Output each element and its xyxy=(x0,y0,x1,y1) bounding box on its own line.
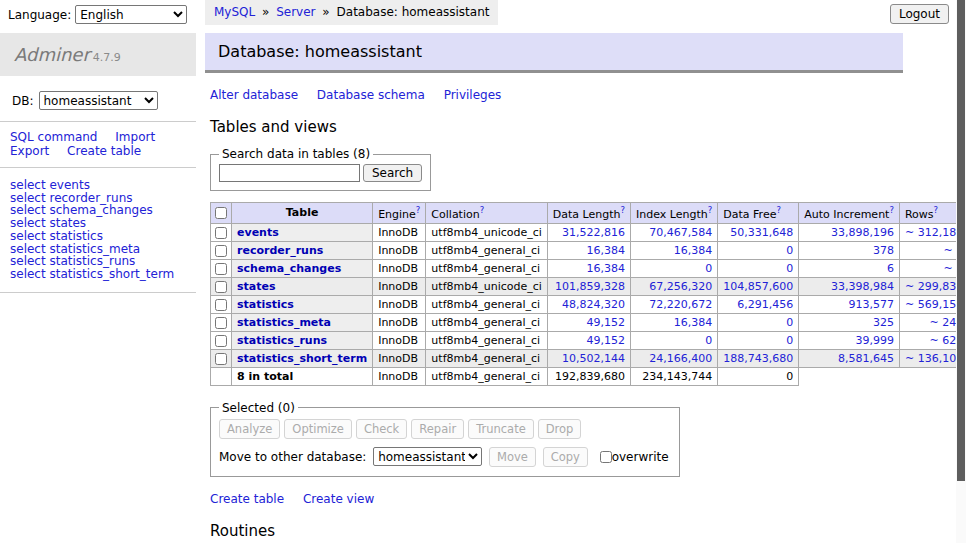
repair-button[interactable]: Repair xyxy=(411,419,464,439)
stat-link[interactable]: 70,467,584 xyxy=(649,226,712,239)
copy-button[interactable]: Copy xyxy=(543,447,588,467)
main-content: MySQL » Server » Database: homeassistant… xyxy=(205,0,950,543)
truncate-button[interactable]: Truncate xyxy=(468,419,534,439)
table-row: eventsInnoDButf8mb4_unicode_ci31,522,816… xyxy=(211,223,966,241)
stat-link[interactable]: 188,743,680 xyxy=(723,352,793,365)
stat-link[interactable]: 325 xyxy=(873,316,894,329)
optimize-button[interactable]: Optimize xyxy=(284,419,352,439)
stat-link[interactable]: 101,859,328 xyxy=(555,280,625,293)
move-button[interactable]: Move xyxy=(489,447,536,467)
stat-link[interactable]: 24,166,400 xyxy=(649,352,712,365)
stat-link[interactable]: 104,857,600 xyxy=(723,280,793,293)
stat-link[interactable]: 33,398,984 xyxy=(831,280,894,293)
stat-link[interactable]: 378 xyxy=(873,244,894,257)
db-select[interactable]: homeassistant xyxy=(39,91,158,110)
stat-link[interactable]: ~ 569,159 xyxy=(905,298,963,311)
table-link[interactable]: statistics xyxy=(237,298,294,311)
help-link[interactable]: ? xyxy=(416,205,421,215)
row-checkbox[interactable] xyxy=(215,245,227,257)
sidebar-action-link[interactable]: SQL command xyxy=(10,130,97,144)
move-db-select[interactable]: homeassistant xyxy=(373,447,482,466)
stat-link[interactable]: 913,577 xyxy=(848,298,894,311)
help-link[interactable]: ? xyxy=(708,205,713,215)
stat-link[interactable]: 72,220,672 xyxy=(649,298,712,311)
stat-link[interactable]: 0 xyxy=(786,244,793,257)
table-link[interactable]: events xyxy=(237,226,279,239)
sidebar-action-link[interactable]: Create table xyxy=(67,144,141,158)
overwrite-checkbox[interactable] xyxy=(600,451,612,463)
app-title: Adminer4.7.9 xyxy=(0,33,196,76)
row-checkbox[interactable] xyxy=(215,353,227,365)
database-action-link[interactable]: Privileges xyxy=(444,88,502,102)
stat-link[interactable]: 48,824,320 xyxy=(562,298,625,311)
create-link[interactable]: Create table xyxy=(210,492,284,506)
check-button[interactable]: Check xyxy=(356,419,407,439)
stat-link[interactable]: 0 xyxy=(786,334,793,347)
stat-link[interactable]: 49,152 xyxy=(587,334,626,347)
sidebar-select-link[interactable]: select statistics xyxy=(10,230,186,243)
stat-link[interactable]: 16,384 xyxy=(674,316,713,329)
help-link[interactable]: ? xyxy=(776,205,781,215)
data_free-cell: 0 xyxy=(718,313,799,331)
stat-link[interactable]: 16,384 xyxy=(587,244,626,257)
sidebar-action-link[interactable]: Export xyxy=(10,144,49,158)
table-link[interactable]: statistics_runs xyxy=(237,334,327,347)
language-select[interactable]: English xyxy=(75,5,187,24)
search-input[interactable] xyxy=(219,164,360,182)
stat-link[interactable]: ~ 299,833 xyxy=(905,280,963,293)
column-header: Auto Increment? xyxy=(799,203,900,224)
vertical-scrollbar[interactable] xyxy=(956,0,966,543)
stat-link[interactable]: 0 xyxy=(705,262,712,275)
sidebar-select-link[interactable]: select events xyxy=(10,179,186,192)
totals-engine-cell: InnoDB xyxy=(373,367,426,385)
stat-link[interactable]: 10,502,144 xyxy=(562,352,625,365)
breadcrumb-link[interactable]: Server xyxy=(276,5,315,19)
help-link[interactable]: ? xyxy=(621,205,626,215)
select-all-checkbox[interactable] xyxy=(215,207,227,219)
stat-link[interactable]: 31,522,816 xyxy=(562,226,625,239)
app-version: 4.7.9 xyxy=(93,51,121,64)
stat-link[interactable]: 49,152 xyxy=(587,316,626,329)
row-checkbox[interactable] xyxy=(215,281,227,293)
row-checkbox[interactable] xyxy=(215,335,227,347)
sidebar-select-link[interactable]: select statistics_short_term xyxy=(10,268,186,281)
stat-link[interactable]: 8,581,645 xyxy=(838,352,894,365)
drop-button[interactable]: Drop xyxy=(538,419,582,439)
stat-link[interactable]: ~ 136,108 xyxy=(905,352,963,365)
help-link[interactable]: ? xyxy=(934,205,939,215)
row-checkbox[interactable] xyxy=(215,317,227,329)
help-link[interactable]: ? xyxy=(480,205,485,215)
database-action-link[interactable]: Database schema xyxy=(317,88,425,102)
stat-link[interactable]: 0 xyxy=(786,316,793,329)
stat-link[interactable]: 39,999 xyxy=(855,334,894,347)
table-link[interactable]: statistics_meta xyxy=(237,316,331,329)
analyze-button[interactable]: Analyze xyxy=(219,419,280,439)
table-link[interactable]: statistics_short_term xyxy=(237,352,367,365)
table-link[interactable]: states xyxy=(237,280,276,293)
scrollbar-thumb[interactable] xyxy=(957,0,965,481)
stat-link[interactable]: 16,384 xyxy=(674,244,713,257)
stat-link[interactable]: 33,898,196 xyxy=(831,226,894,239)
row-checkbox[interactable] xyxy=(215,263,227,275)
stat-link[interactable]: ~ 312,180 xyxy=(905,226,963,239)
stat-link[interactable]: 0 xyxy=(705,334,712,347)
stat-link[interactable]: 50,331,648 xyxy=(730,226,793,239)
create-link[interactable]: Create view xyxy=(303,492,374,506)
help-link[interactable]: ? xyxy=(889,205,894,215)
stat-link[interactable]: 0 xyxy=(786,262,793,275)
sidebar-select-link[interactable]: select states xyxy=(10,217,186,230)
sidebar-action-link[interactable]: Import xyxy=(115,130,155,144)
table-name-cell: statistics_short_term xyxy=(232,349,373,367)
database-action-link[interactable]: Alter database xyxy=(210,88,298,102)
collation-cell: utf8mb4_general_ci xyxy=(426,331,547,349)
stat-link[interactable]: 16,384 xyxy=(587,262,626,275)
table-link[interactable]: schema_changes xyxy=(237,262,341,275)
search-button[interactable]: Search xyxy=(363,164,422,182)
breadcrumb-link[interactable]: MySQL xyxy=(214,5,255,19)
table-link[interactable]: recorder_runs xyxy=(237,244,323,257)
stat-link[interactable]: 6 xyxy=(887,262,894,275)
row-checkbox[interactable] xyxy=(215,299,227,311)
stat-link[interactable]: 6,291,456 xyxy=(737,298,793,311)
row-checkbox[interactable] xyxy=(215,227,227,239)
stat-link[interactable]: 67,256,320 xyxy=(649,280,712,293)
